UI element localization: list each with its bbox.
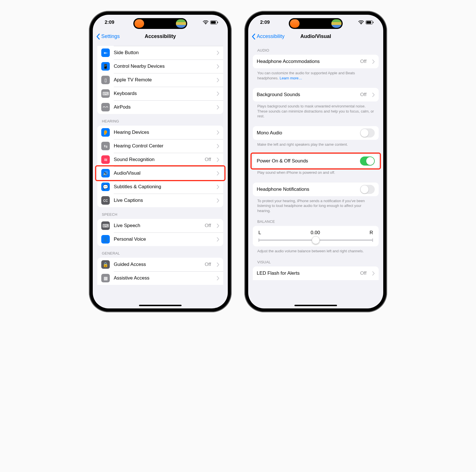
chevron-right-icon (372, 271, 375, 276)
lock-icon: 🔒 (101, 260, 110, 269)
footer-power-sounds: Play sound when iPhone is powered on and… (253, 168, 379, 176)
wave-icon: ≋ (101, 155, 110, 164)
section-header-audio: Audio (253, 43, 379, 55)
balance-slider[interactable]: L 0.00 R (253, 226, 379, 246)
group-general: 🔒Guided AccessOff▦Assistive Access (97, 258, 223, 285)
caption-icon: 💬 (101, 183, 110, 191)
row-subtitles[interactable]: 💬Subtitles & Captioning (97, 180, 223, 194)
row-headphone-notifications[interactable]: Headphone Notifications (253, 183, 379, 196)
row-airpods[interactable]: ᴖᴖAirPods (97, 100, 223, 114)
group-physical: ⇤Side Button📱Control Nearby Devices▯Appl… (97, 46, 223, 114)
chevron-right-icon (217, 276, 219, 280)
live-speech-icon: ⌨ (101, 221, 110, 230)
back-label: Settings (101, 33, 120, 39)
chevron-right-icon (217, 105, 219, 109)
section-header-balance: Balance (253, 214, 379, 226)
row-keyboards[interactable]: ⌨Keyboards (97, 87, 223, 100)
row-label: Live Captions (114, 198, 213, 203)
chevron-right-icon (217, 158, 219, 162)
row-led-flash[interactable]: LED Flash for Alerts Off (253, 266, 379, 280)
footer-headphone-notif: To protect your hearing, iPhone sends a … (253, 196, 379, 215)
row-headphone-accommodations[interactable]: Headphone Accommodations Off (253, 55, 379, 68)
row-label: Keyboards (114, 91, 213, 96)
chevron-right-icon (217, 171, 219, 175)
section-header-speech: Speech (97, 207, 223, 219)
back-button[interactable]: Settings (96, 33, 120, 40)
row-label: Background Sounds (257, 92, 356, 98)
section-header-visual: Visual (253, 255, 379, 266)
footer-headphone-accom: You can customize the audio for supporte… (253, 68, 379, 82)
chevron-right-icon (372, 93, 375, 97)
person-voice-icon: 👤 (101, 235, 110, 244)
row-label: LED Flash for Alerts (257, 270, 356, 276)
row-label: Sound Recognition (114, 157, 201, 162)
slider-thumb[interactable] (312, 236, 320, 244)
battery-icon (210, 20, 218, 24)
home-indicator (294, 305, 337, 306)
row-guided-access[interactable]: 🔒Guided AccessOff (97, 258, 223, 271)
row-sound-rec[interactable]: ≋Sound RecognitionOff (97, 153, 223, 166)
row-label: Assistive Access (114, 275, 213, 281)
row-label: Headphone Accommodations (257, 59, 356, 64)
row-nearby[interactable]: 📱Control Nearby Devices (97, 60, 223, 73)
row-live-captions[interactable]: ccLive Captions (97, 194, 223, 207)
toggle-mono-audio[interactable] (360, 128, 375, 137)
chevron-right-icon (217, 263, 219, 267)
row-value: Off (360, 59, 367, 64)
chevron-right-icon (217, 64, 219, 69)
row-value: Off (360, 270, 367, 276)
row-label: Mono Audio (257, 130, 356, 136)
phone-left: 2:09 Settings Accessibility ⇤Side Button… (89, 11, 231, 312)
chevron-right-icon (372, 60, 375, 64)
row-hearing-cc[interactable]: ⇆Hearing Control Center (97, 139, 223, 153)
row-value: Off (360, 92, 367, 98)
row-value: Off (205, 223, 211, 228)
group-speech: ⌨Live SpeechOff👤Personal Voice (97, 219, 223, 246)
row-label: Control Nearby Devices (114, 64, 213, 69)
section-header-general: General (97, 246, 223, 258)
chevron-right-icon (217, 224, 219, 228)
row-side-button[interactable]: ⇤Side Button (97, 46, 223, 60)
row-power-sounds[interactable]: Power On & Off Sounds (253, 154, 379, 168)
chevron-right-icon (217, 92, 219, 96)
ear-icon: 👂 (101, 128, 110, 137)
toggle-power-sounds[interactable] (360, 156, 375, 166)
chevron-right-icon (217, 144, 219, 148)
row-label: Hearing Devices (114, 130, 213, 135)
chevron-right-icon (217, 130, 219, 135)
chevron-left-icon (252, 33, 256, 40)
phone-right: 2:09 Accessibility Audio/Visual Audio He… (245, 11, 387, 312)
row-live-speech[interactable]: ⌨Live SpeechOff (97, 219, 223, 232)
section-header-hearing: Hearing (97, 114, 223, 126)
nearby-icon: 📱 (101, 62, 110, 71)
row-personal-voice[interactable]: 👤Personal Voice (97, 232, 223, 246)
chevron-right-icon (217, 198, 219, 203)
row-hearing-devices[interactable]: 👂Hearing Devices (97, 126, 223, 139)
row-label: Headphone Notifications (257, 187, 356, 192)
balance-right-label: R (370, 230, 373, 236)
chevron-right-icon (217, 185, 219, 189)
wifi-icon (203, 20, 208, 24)
row-appletv[interactable]: ▯Apple TV Remote (97, 73, 223, 87)
back-button[interactable]: Accessibility (252, 33, 285, 40)
chevron-right-icon (217, 51, 219, 55)
toggle-headphone-notifications[interactable] (360, 185, 375, 194)
learn-more-link[interactable]: Learn more… (280, 76, 302, 80)
content: Audio Headphone Accommodations Off You c… (248, 43, 383, 308)
row-label: AirPods (114, 104, 213, 110)
remote-icon: ▯ (101, 76, 110, 84)
row-label: Guided Access (114, 262, 201, 267)
row-background-sounds[interactable]: Background Sounds Off (253, 88, 379, 101)
row-label: Subtitles & Captioning (114, 184, 213, 190)
home-indicator (139, 305, 182, 306)
airpods-icon: ᴖᴖ (101, 103, 110, 111)
balance-left-label: L (258, 230, 261, 236)
row-assistive[interactable]: ▦Assistive Access (97, 271, 223, 285)
footer-balance: Adjust the audio volume balance between … (253, 246, 379, 255)
row-value: Off (205, 157, 211, 162)
row-label: Power On & Off Sounds (257, 158, 356, 164)
row-mono-audio[interactable]: Mono Audio (253, 126, 379, 140)
status-time: 2:09 (105, 20, 114, 25)
row-audio-visual[interactable]: 🔊Audio/Visual (97, 166, 223, 180)
live-caption-icon: cc (101, 196, 110, 205)
